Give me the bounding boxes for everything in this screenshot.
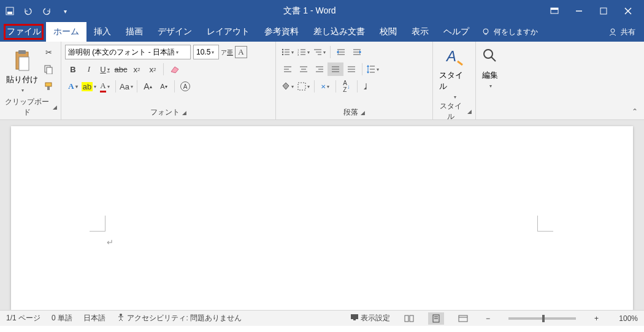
zoom-in-button[interactable]: +: [591, 314, 602, 323]
bullets-icon[interactable]: ▾: [280, 45, 296, 59]
zoom-slider[interactable]: [508, 317, 576, 320]
lightbulb-icon: [481, 28, 490, 36]
save-icon[interactable]: [5, 6, 15, 16]
underline-button[interactable]: U ▾: [97, 62, 113, 76]
dialog-launcher-icon[interactable]: ◢: [467, 108, 472, 115]
tab-home[interactable]: ホーム: [46, 22, 86, 42]
sort-icon[interactable]: AZ↓: [339, 80, 355, 93]
redo-icon[interactable]: [42, 6, 52, 16]
numbering-icon[interactable]: 123▾: [296, 45, 312, 59]
superscript-button[interactable]: x2: [145, 62, 161, 76]
align-right-icon[interactable]: [312, 62, 328, 76]
tab-insert[interactable]: 挿入: [86, 22, 118, 42]
decrease-indent-icon[interactable]: [333, 45, 349, 59]
web-layout-icon[interactable]: [455, 312, 471, 325]
window-controls: [550, 6, 644, 16]
svg-rect-3: [551, 8, 558, 10]
tab-design[interactable]: デザイン: [150, 22, 199, 42]
phonetic-guide-icon[interactable]: ア亜: [219, 45, 235, 59]
editing-label: 編集: [482, 70, 498, 81]
strikethrough-button[interactable]: abc: [113, 62, 129, 76]
tab-help[interactable]: ヘルプ: [436, 22, 477, 42]
grow-font-icon[interactable]: A▴: [140, 80, 156, 93]
share-button[interactable]: 共有: [608, 22, 644, 42]
page-count[interactable]: 1/1 ページ: [6, 313, 40, 323]
dialog-launcher-icon[interactable]: ◢: [53, 104, 57, 110]
font-name-select[interactable]: 游明朝 (本文のフォント - 日本語▾: [65, 45, 191, 59]
line-spacing-icon[interactable]: ▾: [365, 62, 381, 76]
tell-me[interactable]: 何をしますか: [481, 22, 538, 42]
tab-layout[interactable]: レイアウト: [199, 22, 257, 42]
maximize-icon[interactable]: [599, 6, 608, 16]
svg-point-19: [282, 49, 283, 50]
page[interactable]: ↵: [11, 126, 633, 310]
tab-view[interactable]: 表示: [404, 22, 436, 42]
font-color-icon[interactable]: A▾: [97, 80, 113, 93]
shading-icon[interactable]: ▾: [280, 80, 296, 93]
distributed-icon[interactable]: [343, 62, 359, 76]
styles-label: スタイル: [439, 70, 469, 92]
eraser-icon[interactable]: [166, 62, 182, 76]
tab-review[interactable]: 校閲: [372, 22, 404, 42]
character-border-icon[interactable]: A: [235, 46, 247, 58]
read-mode-icon[interactable]: [401, 312, 417, 325]
close-icon[interactable]: [623, 6, 633, 16]
change-case-icon[interactable]: Aa ▾: [118, 80, 134, 93]
svg-point-23: [282, 54, 283, 55]
group-paragraph-label: 段落: [343, 107, 358, 118]
align-left-icon[interactable]: [280, 62, 296, 76]
dialog-launcher-icon[interactable]: ◢: [182, 110, 186, 116]
ribbon-display-icon[interactable]: [550, 6, 559, 16]
zoom-out-button[interactable]: −: [482, 314, 494, 323]
minimize-icon[interactable]: [574, 6, 584, 16]
undo-icon[interactable]: [23, 6, 33, 16]
borders-icon[interactable]: ▾: [296, 80, 312, 93]
crop-mark-right: [537, 216, 553, 232]
show-marks-icon[interactable]: [360, 80, 376, 93]
copy-icon[interactable]: [40, 62, 56, 76]
tab-mailings[interactable]: 差し込み文書: [306, 22, 372, 42]
editing-button[interactable]: 編集 ▾: [480, 44, 500, 89]
svg-marker-37: [337, 50, 339, 54]
word-count[interactable]: 0 単語: [52, 313, 72, 323]
tab-file[interactable]: ファイル: [4, 24, 44, 40]
font-size-value: 10.5: [196, 48, 210, 56]
svg-rect-72: [405, 315, 408, 322]
group-clipboard-label: クリップボード: [4, 97, 50, 118]
svg-rect-70: [351, 314, 358, 319]
svg-marker-41: [359, 50, 361, 54]
status-bar: 1/1 ページ 0 単語 日本語 アクセシビリティ: 問題ありません 表示設定 …: [0, 310, 644, 326]
italic-button[interactable]: I: [81, 62, 97, 76]
text-effects-icon[interactable]: A ▾: [65, 80, 81, 93]
justify-icon[interactable]: [328, 62, 343, 76]
collapse-ribbon-icon[interactable]: ⌃: [632, 107, 638, 116]
svg-point-10: [611, 29, 615, 32]
svg-point-69: [120, 314, 122, 316]
dialog-launcher-icon[interactable]: ◢: [361, 110, 365, 116]
enclose-characters-icon[interactable]: A: [177, 80, 193, 93]
qat-customize-icon[interactable]: ▾: [60, 6, 70, 16]
zoom-level[interactable]: 100%: [613, 314, 638, 323]
accessibility-status[interactable]: アクセシビリティ: 問題ありません: [117, 313, 242, 323]
language[interactable]: 日本語: [83, 313, 105, 323]
asian-layout-icon[interactable]: ✕▾: [317, 80, 333, 93]
align-center-icon[interactable]: [296, 62, 312, 76]
cut-icon[interactable]: ✂: [40, 45, 56, 59]
increase-indent-icon[interactable]: [349, 45, 365, 59]
tab-draw[interactable]: 描画: [118, 22, 150, 42]
subscript-button[interactable]: x2: [129, 62, 145, 76]
print-layout-icon[interactable]: [428, 312, 444, 325]
display-settings[interactable]: 表示設定: [350, 313, 390, 323]
shrink-font-icon[interactable]: A▾: [156, 80, 172, 93]
multilevel-list-icon[interactable]: ▾: [312, 45, 328, 59]
styles-button[interactable]: A スタイル ▾: [437, 44, 472, 100]
format-painter-icon[interactable]: [40, 80, 56, 93]
tab-references[interactable]: 参考資料: [257, 22, 306, 42]
svg-rect-73: [410, 315, 413, 322]
svg-rect-16: [45, 83, 52, 86]
paste-button[interactable]: 貼り付け ▾: [4, 44, 40, 93]
bold-button[interactable]: B: [65, 62, 81, 76]
search-icon: [482, 47, 498, 67]
font-size-select[interactable]: 10.5▾: [193, 45, 219, 59]
highlight-icon[interactable]: ab▾: [81, 80, 97, 93]
